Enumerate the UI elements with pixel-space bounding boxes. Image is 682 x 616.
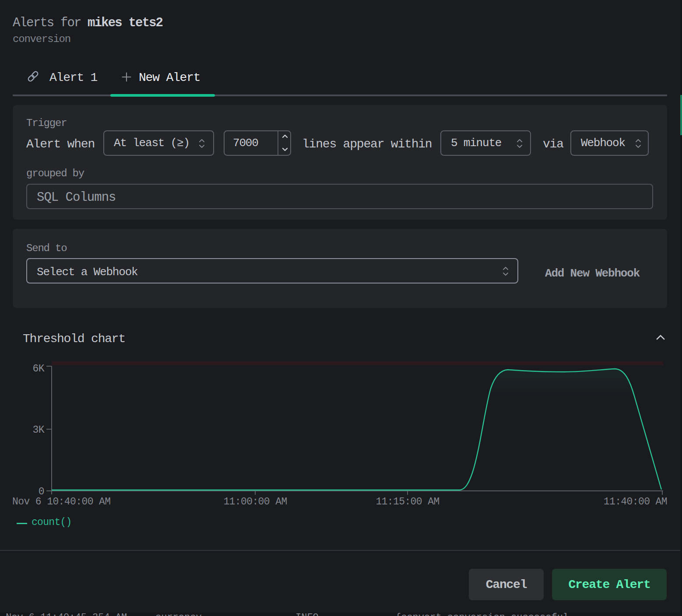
- svg-text:6K: 6K: [33, 363, 45, 374]
- svg-text:11:40:00 AM: 11:40:00 AM: [604, 496, 667, 508]
- svg-text:Nov 6 10:40:00 AM: Nov 6 10:40:00 AM: [12, 496, 110, 508]
- svg-text:11:15:00 AM: 11:15:00 AM: [376, 496, 439, 508]
- svg-text:11:00:00 AM: 11:00:00 AM: [223, 496, 287, 508]
- svg-text:3K: 3K: [33, 424, 45, 436]
